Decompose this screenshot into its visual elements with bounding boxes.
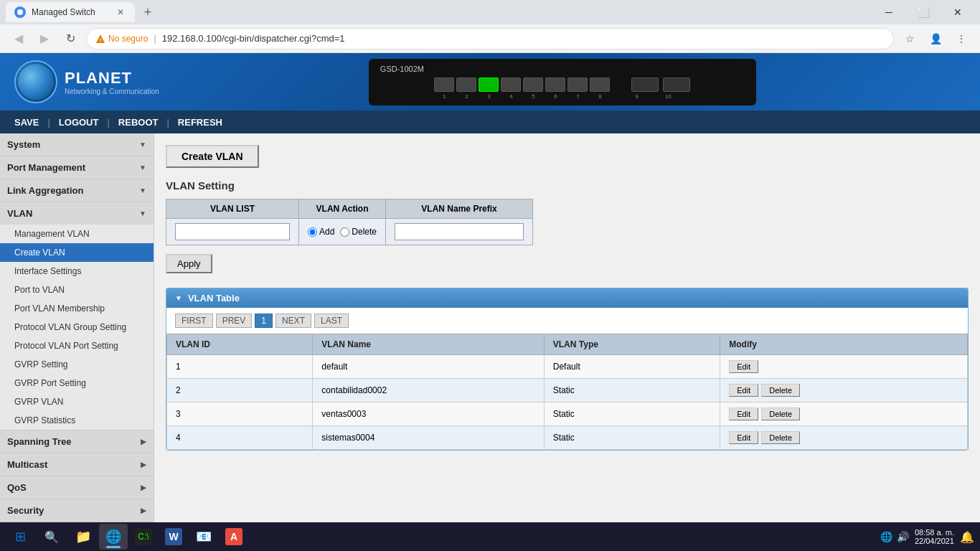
logout-btn[interactable]: LOGOUT <box>56 117 102 128</box>
sidebar-spanning-tree-label: Spanning Tree <box>7 436 72 447</box>
delete-button[interactable]: Delete <box>761 384 800 397</box>
sidebar-item-create-vlan[interactable]: Create VLAN <box>0 243 154 262</box>
col-header-vlan-action: VLAN Action <box>299 199 386 219</box>
new-tab-btn[interactable]: + <box>138 2 158 22</box>
planet-name: PLANET <box>65 69 159 88</box>
table-row: 3ventas0003StaticEditDelete <box>167 402 968 426</box>
radio-delete-label[interactable]: Delete <box>340 227 377 237</box>
notification-icon[interactable]: 🔔 <box>960 530 974 544</box>
sidebar-item-gvrp-vlan[interactable]: GVRP VLAN <box>0 392 154 411</box>
sep-3: | <box>166 117 169 128</box>
forward-btn[interactable]: ▶ <box>34 29 55 49</box>
apply-button[interactable]: Apply <box>166 254 212 273</box>
toolbar: SAVE | LOGOUT | REBOOT | REFRESH <box>0 110 980 133</box>
back-btn[interactable]: ◀ <box>9 29 29 49</box>
th-vlan-name: VLAN Name <box>313 334 544 355</box>
close-btn[interactable]: ✕ <box>941 0 974 24</box>
save-btn[interactable]: SAVE <box>11 117 42 128</box>
tab-close-btn[interactable]: ✕ <box>115 6 126 18</box>
edit-button[interactable]: Edit <box>729 360 758 373</box>
vlan-type-cell: Static <box>544 426 720 450</box>
refresh-btn[interactable]: ↻ <box>60 29 80 49</box>
browser-titlebar: Managed Switch ✕ + ─ ⬜ ✕ <box>0 0 980 24</box>
sidebar-header-vlan[interactable]: VLAN ▼ <box>0 202 154 225</box>
sep-1: | <box>47 117 50 128</box>
taskbar-edge[interactable]: 🌐 <box>99 524 128 550</box>
sidebar-item-protocol-vlan-port[interactable]: Protocol VLAN Port Setting <box>0 336 154 355</box>
address-bar[interactable]: ! No seguro | 192.168.0.100/cgi-bin/disp… <box>86 28 894 50</box>
edit-button[interactable]: Edit <box>729 408 758 420</box>
content-area: Create VLAN VLAN Setting VLAN LIST VLAN … <box>154 133 980 551</box>
radio-delete[interactable] <box>340 227 349 237</box>
delete-button[interactable]: Delete <box>761 431 800 444</box>
bookmark-btn[interactable]: ☆ <box>900 29 920 49</box>
extensions-btn[interactable]: ⋮ <box>951 29 971 49</box>
maximize-btn[interactable]: ⬜ <box>907 0 940 24</box>
tab-title: Managed Switch <box>32 7 115 17</box>
sidebar-security-label: Security <box>7 505 44 516</box>
chevron-security-icon: ▶ <box>141 507 146 514</box>
taskbar-file-explorer[interactable]: 📁 <box>69 524 98 550</box>
edit-button[interactable]: Edit <box>729 384 758 397</box>
app-header: PLANET Networking & Communication GSD-10… <box>0 53 980 110</box>
sidebar-header-security[interactable]: Security ▶ <box>0 499 154 522</box>
taskbar-cmd[interactable]: C:\ <box>129 524 158 550</box>
vlan-list-input[interactable] <box>175 223 290 240</box>
port-7 <box>567 77 588 92</box>
vlan-name-cell: ventas0003 <box>313 402 544 426</box>
vlan-type-cell: Default <box>544 355 720 379</box>
taskbar-search-btn[interactable]: 🔍 <box>37 524 66 550</box>
sidebar-system-label: System <box>7 139 40 150</box>
radio-add-label[interactable]: Add <box>308 227 334 237</box>
sidebar-header-qos[interactable]: QoS ▶ <box>0 476 154 499</box>
sidebar-section-spanning-tree: Spanning Tree ▶ <box>0 430 154 453</box>
switch-box: GSD-1002M <box>369 59 756 105</box>
sidebar-item-interface-settings[interactable]: Interface Settings <box>0 262 154 281</box>
taskbar-apps: 📁 🌐 C:\ W 📧 A <box>69 524 877 550</box>
sidebar-item-protocol-vlan-group[interactable]: Protocol VLAN Group Setting <box>0 318 154 336</box>
taskbar-start-btn[interactable]: ⊞ <box>6 524 34 550</box>
vlan-name-prefix-input[interactable] <box>395 223 524 240</box>
sidebar-item-gvrp-setting[interactable]: GVRP Setting <box>0 355 154 374</box>
sidebar-header-spanning-tree[interactable]: Spanning Tree ▶ <box>0 430 154 453</box>
sidebar-item-port-to-vlan[interactable]: Port to VLAN <box>0 281 154 299</box>
sidebar-header-link-aggregation[interactable]: Link Aggregation ▼ <box>0 179 154 202</box>
taskbar-acrobat[interactable]: A <box>220 524 248 550</box>
radio-add[interactable] <box>308 227 317 237</box>
sidebar-header-port-management[interactable]: Port Management ▼ <box>0 156 154 179</box>
taskbar-word[interactable]: W <box>159 524 188 550</box>
create-vlan-button[interactable]: Create VLAN <box>166 145 259 168</box>
sidebar-item-port-vlan-membership[interactable]: Port VLAN Membership <box>0 299 154 318</box>
refresh-btn[interactable]: REFRESH <box>175 117 225 128</box>
sidebar-section-multicast: Multicast ▶ <box>0 453 154 476</box>
vlan-name-cell: default <box>313 355 544 379</box>
pagination-prev[interactable]: PREV <box>216 314 253 328</box>
window-controls: ─ ⬜ ✕ <box>872 0 974 24</box>
url-display: 192.168.0.100/cgi-bin/dispatcher.cgi?cmd… <box>162 33 345 44</box>
table-row: 1defaultDefaultEdit <box>167 355 968 379</box>
edit-button[interactable]: Edit <box>729 431 758 444</box>
pagination-next[interactable]: NEXT <box>275 314 311 328</box>
pagination-first[interactable]: FIRST <box>175 314 213 328</box>
minimize-btn[interactable]: ─ <box>872 0 905 24</box>
pagination-current[interactable]: 1 <box>255 314 273 328</box>
sidebar-item-gvrp-port-setting[interactable]: GVRP Port Setting <box>0 374 154 392</box>
taskbar-system-icons: 🌐 🔊 <box>880 531 909 542</box>
sidebar-header-system[interactable]: System ▼ <box>0 133 154 156</box>
svg-text:!: ! <box>100 37 102 43</box>
reboot-btn[interactable]: REBOOT <box>116 117 161 128</box>
browser-tab[interactable]: Managed Switch ✕ <box>6 2 135 22</box>
date-display: 22/04/2021 <box>915 537 954 545</box>
sidebar-item-gvrp-statistics[interactable]: GVRP Statistics <box>0 411 154 430</box>
security-warning: ! No seguro <box>95 34 148 44</box>
tab-favicon <box>14 6 26 18</box>
warning-icon: ! <box>95 34 105 44</box>
sidebar-header-multicast[interactable]: Multicast ▶ <box>0 453 154 476</box>
port-group-main <box>434 77 610 92</box>
profile-btn[interactable]: 👤 <box>925 29 946 49</box>
delete-button[interactable]: Delete <box>761 408 800 420</box>
sidebar-item-management-vlan[interactable]: Management VLAN <box>0 225 154 243</box>
taskbar-outlook[interactable]: 📧 <box>189 524 218 550</box>
pagination-last[interactable]: LAST <box>314 314 349 328</box>
vlan-modify-cell: EditDelete <box>720 402 968 426</box>
